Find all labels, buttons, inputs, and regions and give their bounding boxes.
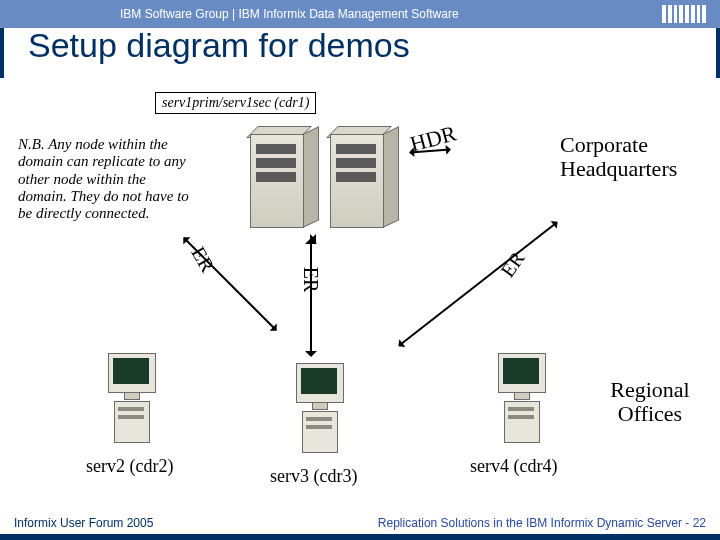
pc-icon [288, 363, 358, 453]
er-arrow-mid [310, 238, 314, 353]
corporate-hq-label: Corporate Headquarters [560, 133, 720, 181]
server-rack-icon [330, 126, 400, 226]
node-label-serv1: serv1prim/serv1sec (cdr1) [155, 92, 316, 114]
ibm-logo-icon [662, 5, 706, 23]
app-header: IBM Software Group | IBM Informix Data M… [0, 0, 720, 28]
arrowhead-icon [305, 232, 317, 244]
node-label-serv4: serv4 (cdr4) [470, 456, 557, 477]
pc-icon [490, 353, 560, 443]
footer-left: Informix User Forum 2005 [14, 516, 153, 530]
server-rack-icon [250, 126, 320, 226]
slide-title: Setup diagram for demos [28, 26, 410, 65]
footer-bar [0, 534, 720, 540]
arrowhead-icon [305, 351, 317, 363]
note-text: N.B. Any node within the domain can repl… [18, 136, 193, 222]
node-label-serv2: serv2 (cdr2) [86, 456, 173, 477]
regional-offices-label: Regional Offices [580, 378, 720, 426]
slide-footer: Informix User Forum 2005 Replication Sol… [0, 514, 720, 540]
er-link-label: ER [496, 247, 530, 281]
title-band: Setup diagram for demos [0, 28, 720, 78]
diagram-canvas: serv1prim/serv1sec (cdr1) N.B. Any node … [0, 78, 720, 508]
footer-right: Replication Solutions in the IBM Informi… [378, 516, 706, 530]
node-label-serv3: serv3 (cdr3) [270, 466, 357, 487]
header-text: IBM Software Group | IBM Informix Data M… [120, 0, 459, 28]
er-arrow-right [399, 222, 558, 347]
pc-icon [100, 353, 170, 443]
er-link-label: ER [299, 267, 322, 293]
